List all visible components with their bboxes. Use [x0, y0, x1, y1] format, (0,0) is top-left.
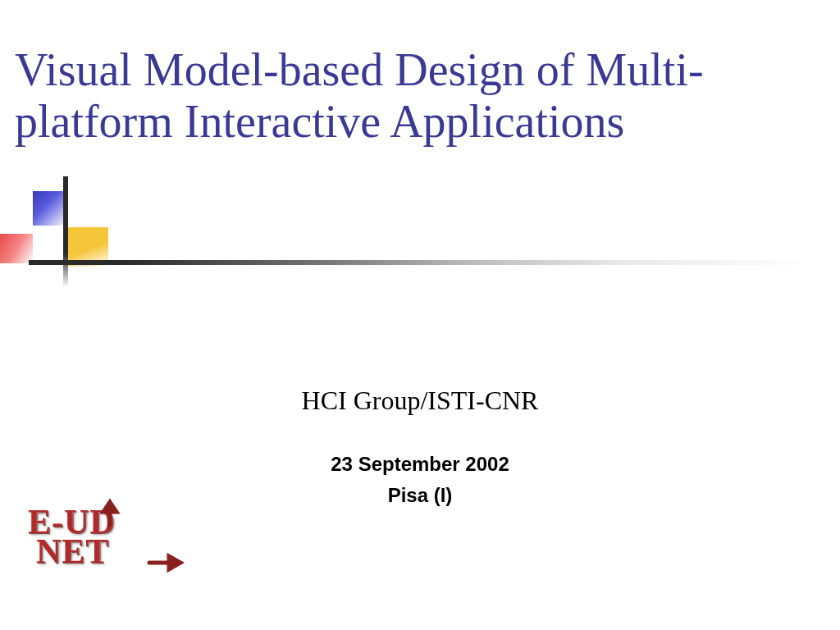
decor-blue-square-icon [33, 191, 67, 226]
slide-title: Visual Model-based Design of Multi-platf… [15, 44, 827, 147]
slide-place: Pisa (I) [0, 484, 840, 507]
logo-arrow-right-icon [148, 553, 180, 573]
svg-marker-1 [103, 502, 116, 512]
slide-subtitle: HCI Group/ISTI-CNR [0, 386, 840, 416]
decor-horizontal-rule [29, 260, 816, 265]
decor-vertical-bar [63, 176, 68, 287]
decor-red-square-icon [0, 234, 33, 263]
slide-date: 23 September 2002 [0, 453, 840, 476]
slide: Visual Model-based Design of Multi-platf… [0, 0, 840, 630]
svg-marker-3 [169, 556, 180, 569]
eud-net-logo: E-UD NET [25, 507, 189, 605]
logo-arrow-up-icon [100, 502, 120, 527]
decor-yellow-square-icon [67, 227, 108, 267]
title-decoration [0, 176, 840, 291]
